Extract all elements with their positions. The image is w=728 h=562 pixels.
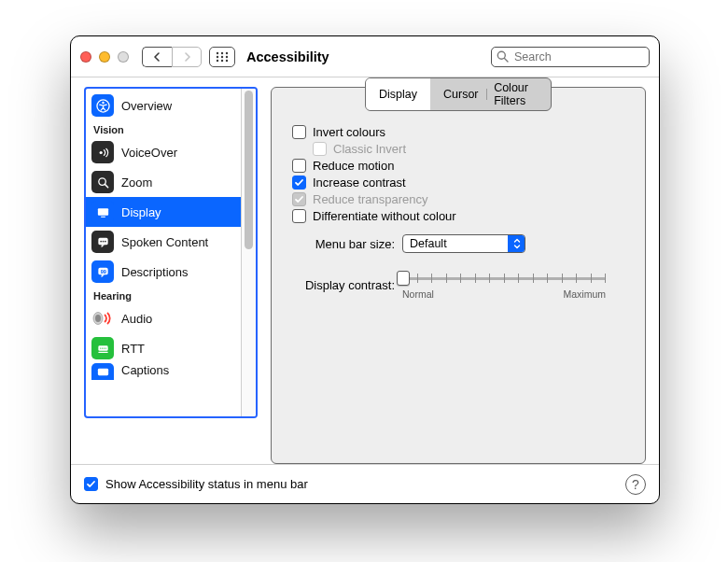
svg-line-10 [505, 58, 509, 62]
titlebar: Accessibility [71, 36, 659, 77]
display-contrast-slider[interactable] [402, 270, 606, 287]
svg-text:99: 99 [100, 268, 105, 274]
checkbox-label: Invert colours [313, 125, 385, 139]
svg-point-7 [221, 59, 223, 61]
checkbox-icon [313, 142, 327, 156]
sidebar-item-label: Audio [121, 312, 152, 326]
sidebar-item-audio[interactable]: Audio [86, 303, 241, 333]
sidebar-item-label: RTT [121, 342, 145, 356]
sidebar-item-display[interactable]: Display [86, 197, 241, 227]
svg-point-4 [221, 55, 223, 57]
checkbox-increase-contrast[interactable]: Increase contrast [292, 176, 628, 190]
sidebar-item-spoken-content[interactable]: Spoken Content [86, 227, 241, 257]
tab-display[interactable]: Display [366, 78, 430, 110]
svg-point-5 [226, 55, 228, 57]
sidebar-item-voiceover[interactable]: VoiceOver [86, 137, 241, 167]
svg-point-28 [100, 347, 101, 348]
tab-cursor[interactable]: CursorColour Filters [430, 78, 551, 110]
minimize-window-button[interactable] [99, 51, 110, 63]
window-controls [80, 51, 129, 63]
menu-bar-size-row: Menu bar size: Default [294, 234, 628, 253]
display-contrast-label: Display contrast: [294, 278, 395, 292]
svg-point-8 [226, 59, 228, 61]
svg-point-2 [226, 51, 228, 53]
svg-line-15 [105, 184, 107, 187]
checkbox-reduce-transparency: Reduce transparency [292, 192, 628, 206]
checkbox-classic-invert: Classic Invert [313, 142, 628, 156]
search-icon [497, 50, 509, 63]
svg-rect-16 [97, 208, 107, 216]
svg-rect-17 [101, 216, 105, 217]
checkbox-checked-icon [292, 176, 306, 190]
checkbox-icon [292, 209, 306, 223]
slider-wrap: Normal Maximum [402, 270, 628, 300]
tab-label: Cursor [443, 88, 479, 101]
sidebar-item-descriptions[interactable]: 99 Descriptions [86, 257, 241, 287]
svg-point-13 [99, 150, 102, 153]
window-title: Accessibility [246, 49, 329, 64]
checkbox-label: Increase contrast [313, 176, 406, 190]
zoom-window-button[interactable] [118, 51, 129, 63]
sidebar-item-label: VoiceOver [121, 146, 177, 160]
svg-rect-32 [97, 368, 107, 375]
scrollbar-thumb[interactable] [245, 91, 253, 249]
forward-button[interactable] [172, 47, 202, 67]
checkbox-label: Reduce motion [313, 159, 394, 173]
content-area: Overview Vision VoiceOver Zoom [71, 77, 659, 464]
help-icon: ? [632, 477, 639, 492]
checkbox-show-status[interactable] [84, 477, 98, 491]
tab-label: Colour Filters [494, 81, 538, 107]
sidebar-item-label: Display [121, 205, 161, 219]
svg-point-29 [101, 347, 102, 348]
close-window-button[interactable] [80, 51, 91, 63]
sidebar-scrollbar[interactable] [241, 89, 256, 416]
help-button[interactable]: ? [625, 474, 646, 495]
sidebar-item-captions[interactable]: Captions [86, 363, 241, 384]
slider-thumb[interactable] [397, 271, 410, 286]
checkbox-differentiate-colour[interactable]: Differentiate without colour [292, 209, 628, 223]
sidebar-heading-vision: Vision [86, 120, 241, 137]
accessibility-window: Accessibility Overview Vision [70, 35, 660, 504]
svg-point-6 [217, 59, 218, 61]
grid-icon [216, 51, 229, 63]
checkbox-invert-colours[interactable]: Invert colours [292, 125, 628, 139]
sidebar-item-overview[interactable]: Overview [86, 91, 241, 120]
svg-point-30 [103, 347, 104, 348]
sidebar-item-label: Spoken Content [121, 235, 208, 249]
display-icon [91, 201, 114, 223]
zoom-icon [91, 171, 114, 193]
sidebar-item-label: Descriptions [121, 265, 189, 279]
footer-label: Show Accessibility status in menu bar [105, 477, 308, 491]
svg-point-0 [217, 51, 218, 53]
sidebar-item-label: Zoom [121, 176, 152, 190]
tab-label: Display [379, 88, 417, 101]
voiceover-icon [91, 141, 114, 163]
checkbox-group: Invert colours Classic Invert Reduce mot… [292, 125, 628, 223]
svg-point-20 [102, 240, 104, 242]
chevron-left-icon [153, 52, 161, 62]
show-all-button[interactable] [209, 47, 235, 67]
spoken-content-icon [91, 231, 114, 253]
sidebar-item-label: Captions [121, 363, 169, 377]
menu-bar-size-popup[interactable]: Default [402, 234, 525, 253]
nav-buttons [142, 47, 202, 67]
checkbox-icon [292, 125, 306, 139]
tab-segment: Display CursorColour Filters [365, 77, 552, 111]
svg-point-21 [105, 240, 106, 242]
chevron-right-icon [183, 52, 191, 62]
svg-rect-26 [98, 345, 107, 351]
popup-value: Default [410, 237, 447, 250]
checkbox-reduce-motion[interactable]: Reduce motion [292, 159, 628, 173]
checkbox-checked-icon [292, 192, 306, 206]
checkbox-label: Classic Invert [333, 142, 406, 156]
back-button[interactable] [142, 47, 172, 67]
sidebar-item-zoom[interactable]: Zoom [86, 167, 241, 197]
menu-bar-size-label: Menu bar size: [294, 237, 395, 251]
checkbox-icon [292, 159, 306, 173]
rtt-icon [91, 337, 114, 359]
svg-point-31 [105, 347, 105, 348]
search-input[interactable] [491, 47, 650, 67]
sidebar-item-rtt[interactable]: RTT [86, 333, 241, 363]
popup-arrows-icon [508, 235, 525, 252]
footer: Show Accessibility status in menu bar ? [71, 464, 659, 503]
